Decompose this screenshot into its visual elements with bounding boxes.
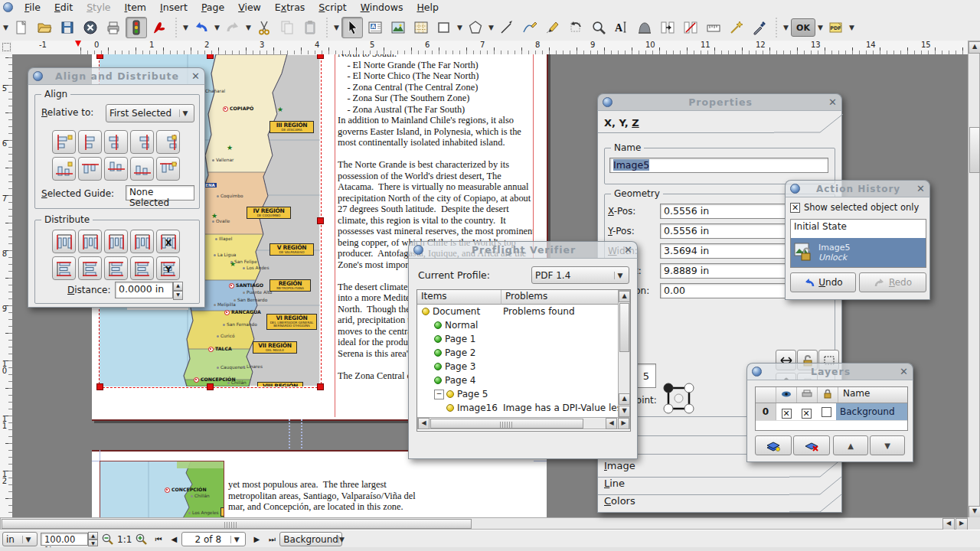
history-list[interactable]: Initial StateImage5Unlock [790,219,926,268]
preflight-row[interactable]: Page 4 [417,373,616,387]
insert-image-frame-button[interactable] [387,17,409,38]
layer-print-checkbox[interactable]: ✕ [796,406,816,419]
cut-button[interactable] [253,17,275,38]
align-right-out-button[interactable] [156,130,180,154]
ruler-origin[interactable] [0,41,13,55]
scroll-right-icon[interactable]: ▶ [618,418,629,429]
zoom-in-button[interactable] [135,533,148,546]
scroll-left2-icon[interactable]: ◀ [606,418,617,429]
link-text-frames-button[interactable] [657,17,678,38]
redo-dropdown-icon[interactable]: ▼ [244,18,253,37]
unlink-text-frames-button[interactable] [680,17,701,38]
next-page-button[interactable]: ▶ [249,533,264,546]
undo-dropdown-icon[interactable]: ▼ [213,18,221,37]
shape-dropdown-icon[interactable]: ▼ [456,18,464,37]
preflight-row[interactable]: Page 1 [417,332,616,346]
history-item[interactable]: Initial State [791,220,926,238]
resize-handle-top-left[interactable] [96,54,103,59]
layers-table[interactable]: Name 0✕✕Background [755,386,908,431]
history-titlebar[interactable]: Action History ✕ [785,180,930,197]
zoom-out-button[interactable] [101,533,114,546]
scroll-up-icon[interactable]: ▲ [969,41,980,54]
insert-freehand-button[interactable] [542,17,564,38]
first-page-button[interactable]: ⏮ [151,533,166,546]
tree-collapse-icon[interactable]: − [434,390,444,399]
redo-button[interactable]: Redo [859,272,926,292]
edit-overflow-icon[interactable]: ▼ [181,18,190,37]
close-icon[interactable]: ✕ [900,367,908,377]
profile-select[interactable]: PDF 1.4▼ [531,266,629,284]
align-bottom-button[interactable] [130,157,154,181]
print-document-button[interactable] [103,17,124,38]
dist-gap-v-button[interactable] [104,256,128,280]
dist-center-v-button[interactable] [78,256,102,280]
edit-contents-button[interactable]: A [611,17,632,38]
dist-center-h-button[interactable] [78,230,102,253]
undo-button[interactable] [191,17,212,38]
scroll-up-icon[interactable]: ▲ [619,291,630,302]
pdf-push-button[interactable]: OK [791,18,815,37]
align-top-out-button[interactable] [156,157,180,181]
close-icon[interactable]: ✕ [916,184,925,194]
pdf-tools-overflow-icon[interactable]: ▼ [782,18,790,37]
vertical-scroll-thumb[interactable] [969,127,980,173]
delete-layer-button[interactable] [793,435,830,455]
copy-button[interactable] [276,17,298,38]
paste-button[interactable] [299,17,321,38]
rotate-item-button[interactable] [565,17,586,38]
measurements-button[interactable] [703,17,724,38]
vertical-ruler[interactable]: 56789101112 [0,54,13,517]
align-left-out-button[interactable] [52,130,76,154]
dist-gap-h-button[interactable] [104,230,128,253]
preflight-row[interactable]: Image16Image has a DPI-Value les [417,401,616,415]
align-titlebar[interactable]: Align and Distribute ✕ [28,67,205,85]
align-middle-v-button[interactable] [104,157,128,181]
preflight-row[interactable]: Normal [417,318,616,332]
zoom-spin-up-icon[interactable]: ▲ [88,532,98,540]
text-frame-page2[interactable]: yet most populous area. The three larges… [224,461,534,517]
insert-table-button[interactable] [410,17,432,38]
relative-to-select[interactable]: First Selected▼ [106,104,194,122]
zoom-spinbox[interactable]: 100.00 % ▲▼ [41,532,98,546]
layer-name[interactable]: Background [836,403,907,420]
dist-y-button[interactable]: Y [156,256,180,280]
dist-right-button[interactable] [130,230,154,253]
menu-edit[interactable]: Edit [47,1,80,14]
menu-file[interactable]: File [18,1,47,14]
dist-left-button[interactable] [52,230,76,253]
tools-overflow-icon[interactable]: ▼ [332,18,341,37]
align-bottom-out-button[interactable] [52,157,76,181]
scroll-up2-icon[interactable]: ▲ [619,393,630,405]
align-left-button[interactable] [78,130,102,154]
show-selected-checkbox[interactable]: ✕ Show selected object only [790,202,919,213]
raise-layer-button[interactable]: ▲ [833,435,868,455]
tab-xyz[interactable]: X, Y, Z [604,117,639,129]
lower-layer-button[interactable]: ▼ [870,435,905,455]
align-right-button[interactable] [130,130,154,154]
last-page-button[interactable]: ⏭ [264,533,279,546]
pdf-field-dropdown-icon[interactable]: ▼ [848,18,856,37]
preflight-row[interactable]: DocumentProblems found [417,305,616,318]
scroll-left-icon[interactable]: ◀ [942,518,955,530]
preflight-row[interactable]: Page 2 [417,346,616,360]
menu-windows[interactable]: Windows [354,1,410,14]
polygon-dropdown-icon[interactable]: ▼ [487,18,495,37]
menu-style[interactable]: Style [80,1,117,14]
save-document-button[interactable] [57,17,78,38]
problems-list[interactable]: Items Problems DocumentProblems foundNor… [416,289,631,432]
preflight-vscroll-thumb[interactable] [619,303,629,352]
spin-down-icon[interactable]: ▼ [173,291,183,300]
basepoint-selector[interactable] [662,381,697,416]
preflight-verifier-button[interactable] [126,17,147,38]
properties-titlebar[interactable]: Properties ✕ [597,93,842,111]
column-items[interactable]: Items [417,290,501,305]
history-item-selected[interactable]: Image5Unlock [791,238,926,267]
dist-top-button[interactable] [52,256,76,280]
resize-handle-top-mid[interactable] [207,54,214,59]
horizontal-scroll-thumb[interactable] [2,519,472,529]
resize-handle-bottom-left[interactable] [96,383,103,390]
insert-shape-button[interactable] [433,17,455,38]
previous-page-button[interactable]: ◀ [166,533,181,546]
menu-insert[interactable]: Insert [153,1,194,14]
align-center-h-button[interactable] [104,130,128,154]
